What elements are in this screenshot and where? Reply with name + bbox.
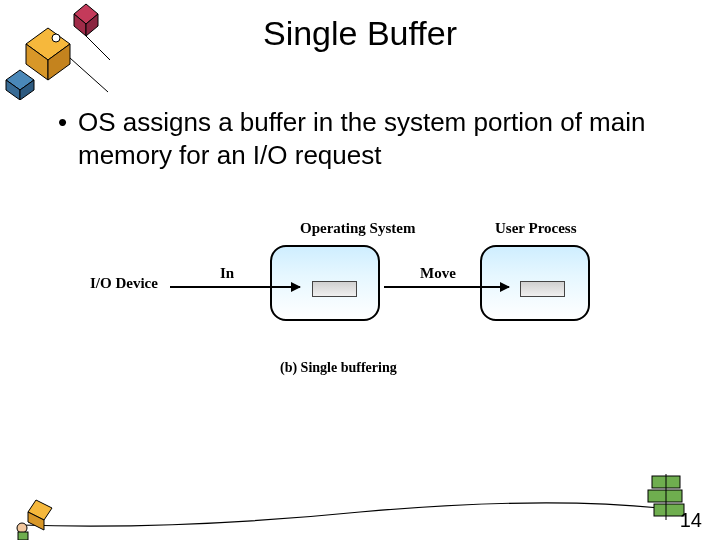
label-operating-system: Operating System [300, 220, 415, 237]
user-box [480, 245, 590, 321]
arrow-move [384, 286, 509, 288]
bullet-item: • OS assigns a buffer in the system port… [58, 106, 678, 171]
page-title: Single Buffer [0, 14, 720, 53]
svg-rect-15 [18, 532, 28, 540]
user-buffer [520, 281, 565, 297]
footer-decoration [0, 470, 720, 540]
single-buffer-diagram: Operating System User Process I/O Device… [90, 220, 630, 380]
svg-line-11 [70, 58, 108, 92]
os-box [270, 245, 380, 321]
svg-rect-17 [648, 490, 682, 502]
diagram-caption: (b) Single buffering [280, 360, 397, 376]
bullet-marker: • [58, 106, 78, 139]
label-move: Move [420, 265, 456, 282]
os-buffer [312, 281, 357, 297]
bullet-text: OS assigns a buffer in the system portio… [78, 106, 678, 171]
label-user-process: User Process [495, 220, 577, 237]
page-number: 14 [680, 509, 702, 532]
label-io-device: I/O Device [90, 275, 158, 292]
label-in: In [220, 265, 234, 282]
arrow-in [170, 286, 300, 288]
